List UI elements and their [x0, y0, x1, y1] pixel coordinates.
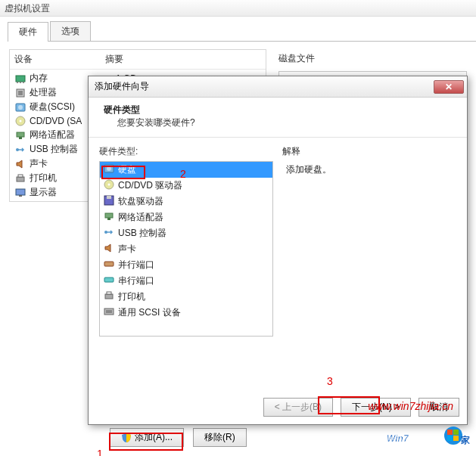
scsi-icon [103, 306, 115, 320]
sound-icon [103, 242, 115, 256]
floppy-icon [103, 194, 115, 209]
parallel-icon [103, 258, 115, 272]
remove-button[interactable]: 移除(R) [193, 428, 247, 447]
hardware-type-item[interactable]: 声卡 [100, 241, 272, 257]
hardware-type-item[interactable]: USB 控制器 [100, 225, 272, 241]
wizard-head-title: 硬件类型 [104, 104, 452, 116]
disk-file-label: 磁盘文件 [278, 49, 467, 68]
net-icon [14, 129, 26, 141]
tabs: 硬件 选项 [8, 21, 476, 42]
win7-logo: Win7 家 [387, 423, 470, 451]
hardware-type-label: CD/DVD 驱动器 [118, 179, 182, 192]
shield-icon [121, 433, 132, 443]
svg-rect-25 [447, 430, 453, 435]
col-device: 设备 [14, 53, 105, 66]
add-button-label: 添加(A)... [135, 431, 173, 444]
annotation-num-1: 1 [97, 448, 103, 456]
hardware-type-label: 网络适配器 [118, 211, 163, 224]
usb-icon [14, 144, 26, 156]
hardware-type-label: 硬件类型: [99, 144, 273, 161]
remove-button-label: 移除(R) [204, 431, 235, 444]
parent-window-title: 虚拟机设置 [0, 0, 476, 17]
annotation-num-3: 3 [327, 375, 333, 387]
svg-rect-27 [447, 436, 453, 441]
svg-text:Win7: Win7 [387, 433, 409, 444]
hardware-type-item[interactable]: 软盘驱动器 [100, 194, 272, 209]
disk-icon [14, 101, 26, 113]
cd-icon [103, 178, 115, 193]
tab-hardware[interactable]: 硬件 [8, 22, 48, 42]
annotation-num-2: 2 [180, 168, 186, 180]
cpu-icon [14, 87, 26, 99]
svg-text:家: 家 [460, 435, 470, 445]
hardware-type-label: 打印机 [118, 290, 145, 303]
net-icon [103, 210, 115, 225]
hardware-type-label: 通用 SCSI 设备 [118, 306, 181, 319]
col-summary: 摘要 [105, 53, 123, 66]
hardware-type-label: 硬盘 [118, 163, 136, 176]
hardware-type-item[interactable]: 通用 SCSI 设备 [100, 305, 272, 321]
hardware-type-item[interactable]: 串行端口 [100, 273, 272, 289]
sound-icon [14, 158, 26, 170]
hardware-type-label: 并行端口 [118, 259, 154, 271]
svg-rect-28 [453, 436, 459, 441]
display-icon [14, 187, 26, 199]
next-button[interactable]: 下一步(N) > [341, 398, 411, 417]
hardware-type-label: 串行端口 [118, 275, 154, 287]
serial-icon [103, 274, 115, 288]
tab-options[interactable]: 选项 [50, 21, 91, 41]
hardware-type-label: USB 控制器 [118, 227, 166, 240]
back-button: < 上一步(B) [263, 398, 333, 417]
hardware-type-item[interactable]: 网络适配器 [100, 209, 272, 225]
hardware-type-item[interactable]: 打印机 [100, 289, 272, 305]
close-button[interactable]: ✕ [434, 80, 464, 94]
hardware-type-item[interactable]: 硬盘 [100, 162, 272, 178]
svg-rect-26 [453, 430, 459, 435]
add-hardware-wizard: 添加硬件向导 ✕ 硬件类型 您要安装哪类硬件? 硬件类型: 硬盘CD/DVD 驱… [88, 76, 468, 425]
printer-icon [14, 172, 26, 185]
hardware-type-list[interactable]: 硬盘CD/DVD 驱动器软盘驱动器网络适配器USB 控制器声卡并行端口串行端口打… [99, 161, 273, 337]
wizard-title: 添加硬件向导 [95, 80, 149, 93]
cancel-button[interactable]: 取消 [418, 398, 459, 417]
hardware-type-label: 软盘驱动器 [118, 195, 163, 208]
cd-icon [14, 115, 26, 127]
explain-label: 解释 [282, 144, 456, 161]
hardware-type-item[interactable]: CD/DVD 驱动器 [100, 178, 272, 194]
disk-icon [103, 163, 115, 177]
printer-icon [103, 290, 115, 304]
wizard-head-sub: 您要安装哪类硬件? [104, 116, 452, 129]
add-button[interactable]: 添加(A)... [110, 428, 184, 447]
hardware-type-item[interactable]: 并行端口 [100, 257, 272, 273]
memory-icon [14, 73, 26, 85]
hardware-type-label: 声卡 [118, 243, 136, 256]
usb-icon [103, 226, 115, 240]
explain-text: 添加硬盘。 [282, 161, 456, 337]
